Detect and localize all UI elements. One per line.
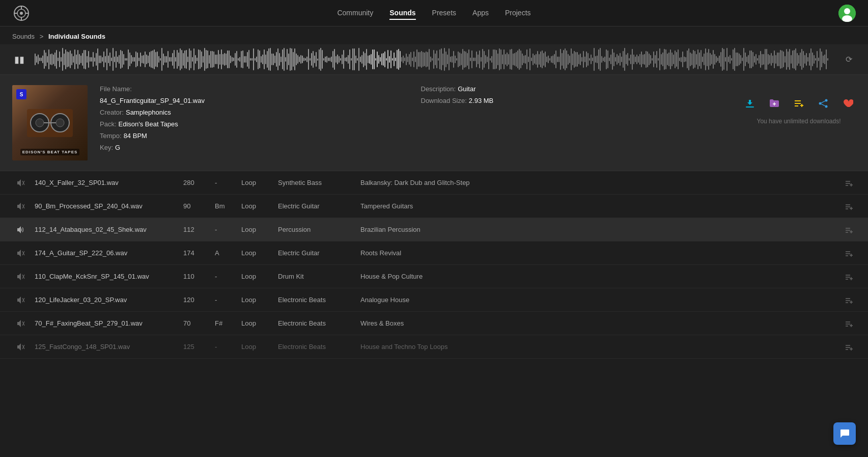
- add-to-playlist-icon-7[interactable]: [842, 316, 856, 331]
- speaker-icon-4[interactable]: [12, 249, 29, 258]
- right-actions: You have unlimited downloads!: [742, 85, 856, 125]
- download-size-label: Download Size:: [421, 97, 467, 104]
- sound-pack-6: Analogue House: [360, 296, 835, 304]
- add-to-playlist-icon-8[interactable]: [842, 340, 856, 354]
- pack-label: Pack:: [100, 120, 117, 128]
- sound-instrument-2: Electric Guitar: [278, 202, 354, 210]
- sound-key-7: F#: [215, 319, 235, 327]
- sound-name-2: 90_Bm_Processed_SP_240_04.wav: [35, 202, 177, 210]
- sound-name-3: 112_14_Atabaques_02_45_Shek.wav: [35, 226, 177, 233]
- download-button[interactable]: [742, 95, 758, 112]
- avatar[interactable]: [838, 5, 856, 22]
- share-button[interactable]: [815, 95, 831, 112]
- speaker-icon-7[interactable]: [12, 319, 29, 328]
- sound-bpm-1: 280: [183, 179, 209, 186]
- download-size-row: Download Size: 2.93 MB: [421, 97, 730, 104]
- description-value: Guitar: [458, 85, 475, 93]
- sound-instrument-1: Synthetic Bass: [278, 179, 354, 186]
- album-logo: S: [16, 89, 26, 99]
- favorite-button[interactable]: [839, 95, 856, 112]
- unlimited-message: You have unlimited downloads!: [757, 118, 841, 125]
- description-label: Description:: [421, 85, 456, 93]
- file-info: File Name: 84_G_Franticguitar_SP_94_01.w…: [100, 85, 409, 151]
- tempo-label: Tempo:: [100, 132, 122, 140]
- sound-name-1: 140_X_Faller_32_SP01.wav: [35, 179, 177, 186]
- sound-bpm-8: 125: [183, 343, 209, 351]
- sound-row-4[interactable]: 174_A_Guitar_SP_222_06.wav174ALoopElectr…: [0, 241, 868, 265]
- add-to-playlist-icon-6[interactable]: [842, 293, 856, 307]
- svg-point-25: [819, 102, 822, 105]
- nav-community[interactable]: Community: [337, 7, 373, 20]
- sound-key-3: -: [215, 226, 235, 233]
- refresh-button[interactable]: ⟳: [842, 52, 856, 67]
- add-to-playlist-icon-3[interactable]: [842, 223, 856, 237]
- sound-bpm-7: 70: [183, 319, 209, 327]
- svg-point-2: [20, 12, 23, 15]
- svg-point-8: [844, 8, 850, 14]
- file-name-value-row: 84_G_Franticguitar_SP_94_01.wav: [100, 97, 409, 104]
- sound-instrument-8: Electronic Beats: [278, 343, 354, 351]
- sound-name-6: 120_LifeJacker_03_20_SP.wav: [35, 296, 177, 304]
- sound-bpm-3: 112: [183, 226, 209, 233]
- key-value: G: [115, 144, 120, 151]
- sound-row-5[interactable]: 110_ClapMe_KckSnr_SP_145_01.wav110-LoopD…: [0, 265, 868, 288]
- sound-row-8[interactable]: 125_FastCongo_148_SP01.wav125-LoopElectr…: [0, 335, 868, 359]
- play-pause-button[interactable]: ▮▮: [12, 52, 26, 67]
- sound-pack-2: Tampered Guitars: [360, 202, 835, 210]
- add-to-playlist-icon-1[interactable]: [842, 176, 856, 190]
- sound-name-7: 70_F#_FaxingBeat_SP_279_01.wav: [35, 319, 177, 327]
- nav-links: Community Sounds Presets Apps Projects: [337, 7, 530, 20]
- sound-type-7: Loop: [241, 319, 272, 327]
- sound-row-7[interactable]: 70_F#_FaxingBeat_SP_279_01.wav70F#LoopEl…: [0, 312, 868, 335]
- album-art-label: EDISON'S BEAT TAPES: [20, 149, 80, 155]
- breadcrumb-current: Individual Sounds: [48, 33, 105, 40]
- sound-row-1[interactable]: 140_X_Faller_32_SP01.wav280-LoopSyntheti…: [0, 171, 868, 195]
- desc-info: Description: Guitar Download Size: 2.93 …: [421, 85, 730, 104]
- sound-key-5: -: [215, 273, 235, 280]
- add-to-playlist-icon-2[interactable]: [842, 199, 856, 213]
- add-to-playlist-icon-4[interactable]: [842, 246, 856, 260]
- speaker-icon-2[interactable]: [12, 202, 29, 211]
- speaker-icon-8[interactable]: [12, 342, 29, 352]
- key-label: Key:: [100, 144, 113, 151]
- add-to-playlist-icon-5[interactable]: [842, 270, 856, 284]
- sound-instrument-6: Electronic Beats: [278, 296, 354, 304]
- speaker-icon-6[interactable]: [12, 295, 29, 305]
- logo[interactable]: [12, 4, 31, 22]
- file-name-value: 84_G_Franticguitar_SP_94_01.wav: [100, 97, 205, 104]
- add-to-playlist-button[interactable]: [791, 95, 807, 112]
- speaker-icon-5[interactable]: [12, 272, 29, 281]
- nav-presets[interactable]: Presets: [432, 7, 456, 20]
- sound-type-4: Loop: [241, 249, 272, 257]
- detail-panel: S EDISON'S BEAT TAPES File Name: 84_G_Fr…: [0, 75, 868, 171]
- sound-type-6: Loop: [241, 296, 272, 304]
- sound-pack-8: House and Techno Top Loops: [360, 343, 835, 351]
- breadcrumb-parent[interactable]: Sounds: [12, 33, 35, 40]
- sound-row-6[interactable]: 120_LifeJacker_03_20_SP.wav120-LoopElect…: [0, 288, 868, 312]
- sound-row-3[interactable]: 112_14_Atabaques_02_45_Shek.wav112-LoopP…: [0, 218, 868, 241]
- nav-apps[interactable]: Apps: [472, 7, 489, 20]
- chat-bubble[interactable]: [833, 422, 856, 445]
- top-nav: Community Sounds Presets Apps Projects: [0, 0, 868, 26]
- nav-projects[interactable]: Projects: [505, 7, 531, 20]
- svg-point-14: [56, 119, 64, 127]
- waveform-visual[interactable]: [35, 47, 833, 72]
- sound-type-3: Loop: [241, 226, 272, 233]
- svg-rect-16: [746, 106, 754, 107]
- sound-bpm-5: 110: [183, 273, 209, 280]
- add-to-folder-button[interactable]: [766, 95, 782, 112]
- speaker-icon-3[interactable]: [12, 225, 29, 234]
- svg-line-27: [821, 101, 825, 103]
- breadcrumb-sep: >: [40, 33, 44, 40]
- sound-key-2: Bm: [215, 202, 235, 210]
- sound-row-2[interactable]: 90_Bm_Processed_SP_240_04.wav90BmLoopEle…: [0, 195, 868, 218]
- waveform-bar: ▮▮ ⟳: [0, 44, 868, 75]
- svg-line-28: [821, 104, 825, 106]
- speaker-icon-1[interactable]: [12, 178, 29, 187]
- sound-bpm-6: 120: [183, 296, 209, 304]
- sound-instrument-7: Electronic Beats: [278, 319, 354, 327]
- album-art: S EDISON'S BEAT TAPES: [12, 85, 88, 160]
- sound-type-8: Loop: [241, 343, 272, 351]
- nav-sounds[interactable]: Sounds: [389, 7, 415, 20]
- sound-pack-7: Wires & Boxes: [360, 319, 835, 327]
